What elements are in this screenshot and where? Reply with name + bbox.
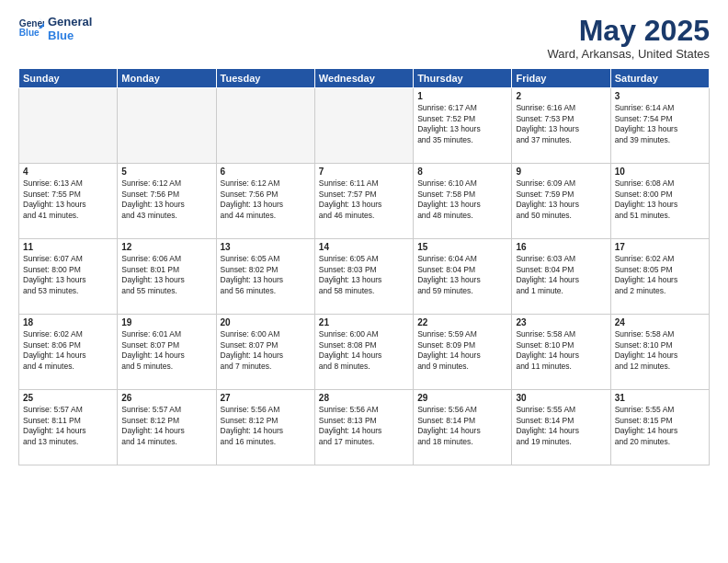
month-title: May 2025 <box>547 15 710 47</box>
day-number: 29 <box>417 393 507 403</box>
logo-icon: General Blue <box>18 16 44 41</box>
cell-info: Sunrise: 5:57 AM Sunset: 8:12 PM Dayligh… <box>121 405 211 447</box>
cell-info: Sunrise: 6:07 AM Sunset: 8:00 PM Dayligh… <box>23 254 113 296</box>
calendar-week-5: 25Sunrise: 5:57 AM Sunset: 8:11 PM Dayli… <box>19 390 710 465</box>
header: General Blue General Blue May 2025 Ward,… <box>18 15 710 61</box>
calendar-cell: 26Sunrise: 5:57 AM Sunset: 8:12 PM Dayli… <box>118 390 216 465</box>
calendar-cell: 13Sunrise: 6:05 AM Sunset: 8:02 PM Dayli… <box>216 239 314 315</box>
day-number: 21 <box>319 317 409 327</box>
cell-info: Sunrise: 6:05 AM Sunset: 8:02 PM Dayligh… <box>221 254 311 296</box>
title-block: May 2025 Ward, Arkansas, United States <box>547 15 710 61</box>
header-monday: Monday <box>118 69 216 88</box>
header-thursday: Thursday <box>414 69 512 88</box>
day-number: 19 <box>121 317 211 327</box>
day-number: 16 <box>516 242 606 252</box>
day-number: 5 <box>121 167 211 177</box>
cell-info: Sunrise: 6:04 AM Sunset: 8:04 PM Dayligh… <box>417 254 507 296</box>
day-number: 25 <box>23 393 113 403</box>
calendar-cell: 20Sunrise: 6:00 AM Sunset: 8:07 PM Dayli… <box>216 315 314 390</box>
cell-info: Sunrise: 6:05 AM Sunset: 8:03 PM Dayligh… <box>319 254 409 296</box>
cell-info: Sunrise: 6:11 AM Sunset: 7:57 PM Dayligh… <box>319 178 409 221</box>
calendar-cell: 15Sunrise: 6:04 AM Sunset: 8:04 PM Dayli… <box>414 239 512 315</box>
header-tuesday: Tuesday <box>216 69 314 88</box>
day-number: 2 <box>516 91 606 101</box>
day-number: 13 <box>221 242 311 252</box>
calendar-cell: 3Sunrise: 6:14 AM Sunset: 7:54 PM Daylig… <box>610 88 709 164</box>
calendar-cell: 18Sunrise: 6:02 AM Sunset: 8:06 PM Dayli… <box>19 315 118 390</box>
calendar-cell <box>118 88 216 164</box>
cell-info: Sunrise: 5:56 AM Sunset: 8:13 PM Dayligh… <box>319 405 409 447</box>
cell-info: Sunrise: 6:01 AM Sunset: 8:07 PM Dayligh… <box>121 329 211 372</box>
calendar-cell: 7Sunrise: 6:11 AM Sunset: 7:57 PM Daylig… <box>314 164 413 239</box>
cell-info: Sunrise: 5:58 AM Sunset: 8:10 PM Dayligh… <box>516 329 606 372</box>
cell-info: Sunrise: 5:55 AM Sunset: 8:14 PM Dayligh… <box>516 405 606 447</box>
calendar-cell <box>216 88 314 164</box>
calendar-cell: 14Sunrise: 6:05 AM Sunset: 8:03 PM Dayli… <box>314 239 413 315</box>
day-number: 6 <box>221 167 311 177</box>
cell-info: Sunrise: 6:02 AM Sunset: 8:05 PM Dayligh… <box>615 254 705 296</box>
calendar-cell <box>19 88 118 164</box>
cell-info: Sunrise: 6:12 AM Sunset: 7:56 PM Dayligh… <box>121 178 211 221</box>
day-number: 9 <box>516 167 606 177</box>
calendar-cell <box>314 88 413 164</box>
calendar-cell: 6Sunrise: 6:12 AM Sunset: 7:56 PM Daylig… <box>216 164 314 239</box>
calendar-cell: 27Sunrise: 5:56 AM Sunset: 8:12 PM Dayli… <box>216 390 314 465</box>
day-number: 28 <box>319 393 409 403</box>
location: Ward, Arkansas, United States <box>547 47 710 61</box>
header-sunday: Sunday <box>19 69 118 88</box>
calendar-cell: 31Sunrise: 5:55 AM Sunset: 8:15 PM Dayli… <box>610 390 709 465</box>
calendar-table: Sunday Monday Tuesday Wednesday Thursday… <box>18 68 710 465</box>
cell-info: Sunrise: 6:13 AM Sunset: 7:55 PM Dayligh… <box>23 178 113 221</box>
calendar-week-1: 1Sunrise: 6:17 AM Sunset: 7:52 PM Daylig… <box>19 88 710 164</box>
day-number: 24 <box>615 317 705 327</box>
cell-info: Sunrise: 6:00 AM Sunset: 8:08 PM Dayligh… <box>319 329 409 372</box>
cell-info: Sunrise: 5:59 AM Sunset: 8:09 PM Dayligh… <box>417 329 507 372</box>
day-number: 26 <box>121 393 211 403</box>
header-saturday: Saturday <box>610 69 709 88</box>
calendar-cell: 22Sunrise: 5:59 AM Sunset: 8:09 PM Dayli… <box>414 315 512 390</box>
calendar-cell: 9Sunrise: 6:09 AM Sunset: 7:59 PM Daylig… <box>512 164 610 239</box>
day-number: 12 <box>121 242 211 252</box>
calendar-body: 1Sunrise: 6:17 AM Sunset: 7:52 PM Daylig… <box>19 88 710 465</box>
day-number: 7 <box>319 167 409 177</box>
calendar-cell: 23Sunrise: 5:58 AM Sunset: 8:10 PM Dayli… <box>512 315 610 390</box>
day-number: 31 <box>615 393 705 403</box>
calendar-cell: 28Sunrise: 5:56 AM Sunset: 8:13 PM Dayli… <box>314 390 413 465</box>
calendar-cell: 11Sunrise: 6:07 AM Sunset: 8:00 PM Dayli… <box>19 239 118 315</box>
calendar-cell: 4Sunrise: 6:13 AM Sunset: 7:55 PM Daylig… <box>19 164 118 239</box>
logo-text: General Blue <box>48 15 92 42</box>
cell-info: Sunrise: 5:56 AM Sunset: 8:12 PM Dayligh… <box>221 405 311 447</box>
cell-info: Sunrise: 5:58 AM Sunset: 8:10 PM Dayligh… <box>615 329 705 372</box>
calendar-cell: 5Sunrise: 6:12 AM Sunset: 7:56 PM Daylig… <box>118 164 216 239</box>
calendar-week-2: 4Sunrise: 6:13 AM Sunset: 7:55 PM Daylig… <box>19 164 710 239</box>
calendar-cell: 19Sunrise: 6:01 AM Sunset: 8:07 PM Dayli… <box>118 315 216 390</box>
day-number: 11 <box>23 242 113 252</box>
logo: General Blue General Blue <box>18 15 92 42</box>
cell-info: Sunrise: 6:06 AM Sunset: 8:01 PM Dayligh… <box>121 254 211 296</box>
day-number: 15 <box>417 242 507 252</box>
calendar-cell: 12Sunrise: 6:06 AM Sunset: 8:01 PM Dayli… <box>118 239 216 315</box>
calendar-cell: 25Sunrise: 5:57 AM Sunset: 8:11 PM Dayli… <box>19 390 118 465</box>
header-wednesday: Wednesday <box>314 69 413 88</box>
calendar-cell: 2Sunrise: 6:16 AM Sunset: 7:53 PM Daylig… <box>512 88 610 164</box>
calendar-cell: 16Sunrise: 6:03 AM Sunset: 8:04 PM Dayli… <box>512 239 610 315</box>
cell-info: Sunrise: 5:56 AM Sunset: 8:14 PM Dayligh… <box>417 405 507 447</box>
calendar-week-3: 11Sunrise: 6:07 AM Sunset: 8:00 PM Dayli… <box>19 239 710 315</box>
svg-text:Blue: Blue <box>19 28 40 38</box>
header-row: Sunday Monday Tuesday Wednesday Thursday… <box>19 69 710 88</box>
day-number: 14 <box>319 242 409 252</box>
calendar-cell: 30Sunrise: 5:55 AM Sunset: 8:14 PM Dayli… <box>512 390 610 465</box>
day-number: 27 <box>221 393 311 403</box>
cell-info: Sunrise: 6:10 AM Sunset: 7:58 PM Dayligh… <box>417 178 507 221</box>
header-friday: Friday <box>512 69 610 88</box>
cell-info: Sunrise: 5:55 AM Sunset: 8:15 PM Dayligh… <box>615 405 705 447</box>
day-number: 8 <box>417 167 507 177</box>
day-number: 23 <box>516 317 606 327</box>
day-number: 20 <box>221 317 311 327</box>
calendar-cell: 24Sunrise: 5:58 AM Sunset: 8:10 PM Dayli… <box>610 315 709 390</box>
cell-info: Sunrise: 6:14 AM Sunset: 7:54 PM Dayligh… <box>615 103 705 145</box>
day-number: 18 <box>23 317 113 327</box>
calendar-week-4: 18Sunrise: 6:02 AM Sunset: 8:06 PM Dayli… <box>19 315 710 390</box>
cell-info: Sunrise: 6:09 AM Sunset: 7:59 PM Dayligh… <box>516 178 606 221</box>
day-number: 22 <box>417 317 507 327</box>
